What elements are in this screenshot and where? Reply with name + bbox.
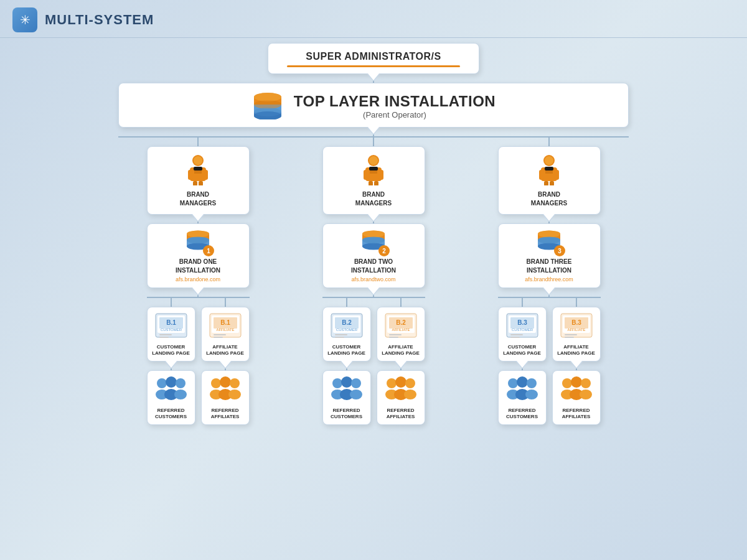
sub-col-1-affiliate: B.1 AFFILIATE AFFILIATELANDING PAGE — [201, 298, 250, 425]
svg-point-76 — [332, 378, 342, 388]
svg-point-52 — [228, 390, 241, 399]
svg-rect-56 — [364, 170, 369, 180]
h-split — [118, 136, 629, 138]
customer-lp-1-arrow — [164, 361, 178, 369]
referred-customers-3-label: REFERREDCUSTOMERS — [501, 408, 543, 421]
brand-columns: BRANDMANAGERS 1 — [118, 138, 629, 425]
brand-install-2-arrow — [367, 287, 380, 296]
landing-icon-affiliate-2: B.2 AFFILIATE — [384, 312, 418, 340]
affiliate-lp-1: B.1 AFFILIATE AFFILIATELANDING PAGE — [201, 307, 250, 362]
svg-point-25 — [187, 231, 209, 238]
people-blue-2 — [328, 376, 365, 403]
brand-mgr-2: BRANDMANAGERS — [322, 146, 425, 215]
brand-install-3-url: afs.brandthree.com — [504, 276, 595, 282]
referred-affiliates-1-label: REFERREDAFFILIATES — [204, 408, 247, 421]
customer-lp-3-label: CUSTOMERLANDING PAGE — [501, 344, 543, 357]
svg-rect-15 — [203, 170, 208, 180]
svg-text:B.1: B.1 — [166, 319, 176, 326]
brand-col-3: BRANDMANAGERS 3 BRAND — [469, 138, 629, 425]
svg-rect-18 — [194, 167, 202, 170]
referred-customers-3: REFERREDCUSTOMERS — [498, 370, 547, 425]
svg-rect-14 — [188, 170, 193, 180]
referred-affiliates-3-label: REFERREDAFFILIATES — [555, 408, 598, 421]
svg-point-26 — [187, 237, 209, 244]
svg-point-109 — [538, 231, 560, 238]
affiliate-lp-2-arrow — [394, 361, 408, 369]
svg-text:CUSTOMER: CUSTOMER — [336, 328, 357, 332]
referred-affiliates-1: REFERREDAFFILIATES — [201, 370, 250, 425]
people-orange-3 — [558, 376, 595, 403]
brand-install-2: 2 BRAND TWOINSTALLATION afs.brandtwo.com — [322, 223, 425, 288]
svg-point-118 — [508, 378, 518, 388]
svg-point-7 — [254, 93, 281, 101]
customer-lp-2-arrow — [340, 361, 354, 369]
affiliate-lp-3-arrow — [570, 361, 583, 369]
svg-rect-17 — [199, 181, 203, 185]
brand-install-1-label: BRAND ONEINSTALLATION — [153, 258, 244, 275]
landing-icon-customer-3: B.3 CUSTOMER — [505, 312, 539, 340]
super-admin-underline — [287, 65, 460, 67]
brand-mgr-1: BRANDMANAGERS — [147, 146, 250, 215]
svg-rect-57 — [378, 170, 383, 180]
svg-point-39 — [174, 390, 187, 399]
svg-rect-129 — [565, 334, 577, 335]
svg-rect-88 — [389, 337, 398, 338]
brand-mgr-3: BRANDMANAGERS — [498, 146, 601, 215]
svg-text:B.2: B.2 — [396, 319, 406, 326]
svg-text:CUSTOMER: CUSTOMER — [511, 328, 533, 332]
sub-col-2-customer: B.2 CUSTOMER CUSTOMERLANDING PAGE — [322, 298, 371, 425]
customer-lp-2-label: CUSTOMERLANDING PAGE — [326, 344, 368, 357]
customer-lp-1-label: CUSTOMERLANDING PAGE — [150, 344, 192, 357]
people-blue-1 — [153, 376, 190, 403]
svg-rect-99 — [554, 170, 559, 180]
brand-col-1: BRANDMANAGERS 1 — [118, 138, 278, 425]
landing-icon-customer-1: B.1 CUSTOMER — [154, 312, 188, 340]
referred-affiliates-3: REFERREDAFFILIATES — [552, 370, 601, 425]
svg-point-136 — [580, 390, 592, 399]
referred-customers-2: REFERREDCUSTOMERS — [322, 370, 371, 425]
person-icon-2 — [362, 154, 385, 185]
brand-col-2: BRANDMANAGERS 2 BRAND — [294, 138, 453, 425]
svg-point-34 — [157, 378, 167, 388]
referred-affiliates-2: REFERREDAFFILIATES — [377, 370, 425, 425]
svg-rect-102 — [545, 167, 553, 170]
brand-mgr-1-label: BRANDMANAGERS — [154, 190, 243, 208]
affiliate-lp-2: B.2 AFFILIATE AFFILIATELANDING PAGE — [377, 307, 425, 362]
top-layer-subtitle: (Parent Operator) — [294, 110, 496, 119]
brand-mgr-3-arrow — [542, 214, 556, 222]
svg-point-93 — [405, 378, 415, 388]
svg-point-103 — [545, 156, 553, 165]
people-blue-3 — [504, 376, 541, 403]
customer-lp-2: B.2 CUSTOMER CUSTOMERLANDING PAGE — [322, 307, 371, 362]
svg-rect-46 — [214, 337, 223, 338]
db-icon-large — [251, 92, 284, 119]
top-layer-box: TOP LAYER INSTALLATION (Parent Operator) — [118, 83, 629, 128]
svg-point-80 — [351, 378, 361, 388]
affiliate-lp-1-arrow — [218, 361, 232, 369]
affiliate-lp-3-label: AFFILIATELANDING PAGE — [555, 344, 598, 357]
svg-rect-130 — [565, 337, 574, 338]
svg-point-78 — [341, 376, 352, 388]
svg-rect-98 — [539, 170, 544, 180]
svg-rect-74 — [335, 334, 347, 335]
brand-badge-3: 3 — [554, 245, 565, 256]
people-orange-2 — [382, 376, 420, 403]
svg-rect-100 — [544, 181, 548, 185]
sub-col-1-customer: B.1 CUSTOMER CUSTOMERLANDING PAGE — [147, 298, 195, 425]
svg-point-49 — [220, 376, 231, 388]
svg-point-8 — [254, 100, 281, 109]
customer-lp-1: B.1 CUSTOMER CUSTOMERLANDING PAGE — [147, 307, 195, 362]
brand-badge-1: 1 — [203, 245, 214, 256]
sub-col-3-customer: B.3 CUSTOMER CUSTOMERLANDING PAGE — [498, 298, 547, 425]
svg-rect-101 — [550, 181, 554, 185]
top-layer-label: TOP LAYER INSTALLATION — [294, 93, 496, 110]
svg-rect-32 — [159, 334, 172, 335]
svg-text:AFFILIATE: AFFILIATE — [392, 328, 410, 332]
sub-col-3-affiliate: B.3 AFFILIATE AFFILIATELANDING PAGE — [552, 298, 601, 425]
brand-install-2-url: afs.brandtwo.com — [328, 276, 420, 282]
brand-install-2-label: BRAND TWOINSTALLATION — [328, 258, 420, 275]
svg-point-131 — [562, 378, 572, 388]
brand-mgr-1-arrow — [191, 214, 205, 222]
svg-rect-75 — [335, 337, 344, 338]
svg-rect-59 — [374, 181, 378, 185]
